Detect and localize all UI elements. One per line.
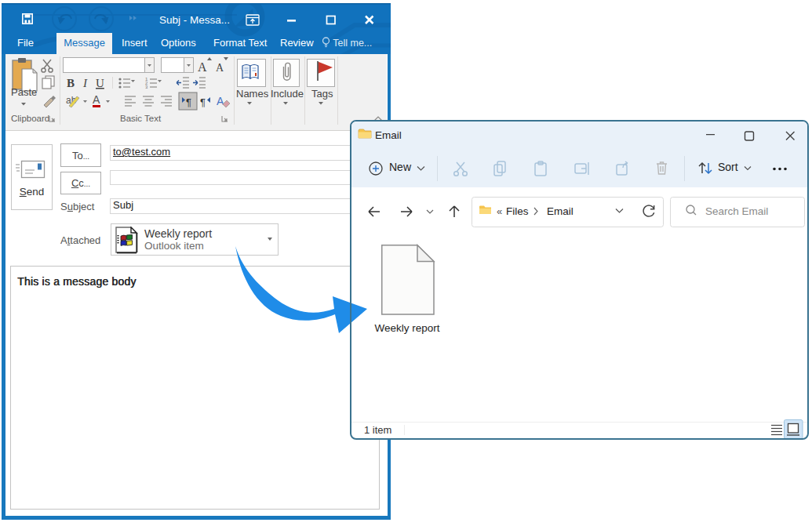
svg-text:Email: Email [375,129,402,141]
svg-text:A: A [198,60,207,74]
svg-text:«: « [497,205,502,217]
svg-text:Files: Files [506,205,529,217]
svg-text:Tags: Tags [311,88,333,100]
svg-text:A: A [216,62,224,74]
svg-text:Sort: Sort [718,161,738,173]
svg-text:Basic Text: Basic Text [120,114,162,123]
svg-text:Clipboard: Clipboard [11,114,49,123]
svg-text:A: A [217,95,224,107]
svg-text:¶: ¶ [200,96,206,108]
svg-text:Search Email: Search Email [705,205,768,217]
svg-text:B: B [67,77,75,89]
svg-text:¶: ¶ [186,96,191,108]
svg-text:A: A [93,93,100,106]
svg-text:1 item: 1 item [364,424,391,436]
svg-text:Subj - Messa...: Subj - Messa... [159,14,230,26]
svg-text:U: U [96,77,104,89]
svg-text:New: New [389,161,412,173]
svg-text:Include: Include [271,88,304,100]
svg-text:I: I [82,77,88,89]
svg-text:3: 3 [145,85,148,89]
svg-text:Email: Email [547,205,573,217]
svg-text:Names: Names [236,88,269,100]
svg-text:Paste: Paste [11,86,37,98]
